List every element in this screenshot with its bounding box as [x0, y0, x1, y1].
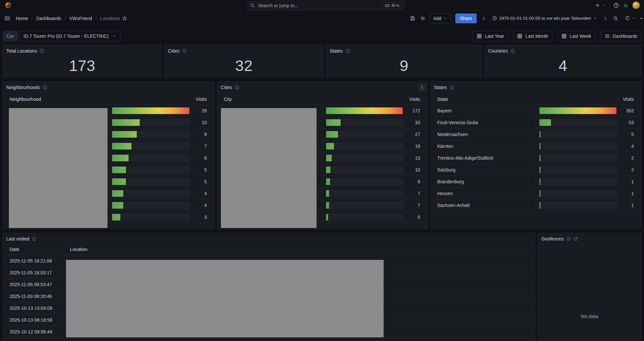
news-icon	[623, 3, 629, 8]
chevron-down-icon	[632, 16, 636, 20]
bar-track	[539, 202, 617, 209]
visits-table: StateVisitsBayern352Friuli-Venezia Giuli…	[433, 94, 638, 211]
visits-bar-cell	[322, 131, 407, 138]
chevron-down-icon	[112, 34, 116, 38]
car-variable-group: Car ID.7 Tourer Pro (ID.7 Tourer - ELECT…	[3, 31, 121, 41]
table-row: Salzburg2	[433, 164, 638, 176]
external-link-icon[interactable]	[574, 237, 578, 241]
zoom-out-icon	[613, 16, 618, 21]
chevron-up-icon	[639, 16, 644, 21]
visits-bar-cell	[108, 190, 194, 197]
table-row: Trentino-Alto Adige/Südtirol2	[433, 152, 638, 164]
global-search-box[interactable]: ⌘+k	[247, 1, 405, 10]
visits-value: 7	[194, 144, 211, 149]
info-icon	[235, 85, 239, 90]
external-link-icon	[574, 237, 578, 241]
bar-track	[326, 154, 403, 162]
date-cell: 2025-10-12 09:56:44	[6, 326, 66, 337]
info-icon	[511, 49, 515, 53]
date-cell: 2025-11-03 08:20:46	[6, 290, 66, 302]
stat-panel-total-locations: Total Locations173	[3, 45, 162, 78]
visits-bar	[539, 143, 540, 149]
bar-track	[112, 214, 190, 221]
name-cell: Kärnten	[433, 140, 536, 152]
news-button[interactable]	[623, 2, 629, 9]
bar-track	[326, 166, 403, 173]
breadcrumb-item-home[interactable]: Home	[16, 16, 28, 21]
panel-last-visited: Last visitedDateLocation2025-11-05 18:21…	[3, 233, 535, 341]
info-icon	[511, 49, 515, 53]
visits-value: 2	[621, 155, 638, 161]
bar-track	[112, 107, 190, 114]
bar-track	[112, 178, 190, 185]
visits-bar	[326, 119, 341, 126]
table-header-row: StateVisits	[433, 94, 638, 105]
bar-track	[112, 143, 190, 150]
name-cell: Niedersachsen	[433, 128, 536, 140]
panel-menu-button[interactable]	[418, 83, 426, 91]
panel-title: States	[434, 85, 447, 90]
dashboard-links: Last YearLast MonthLast WeekDashboards	[473, 31, 641, 41]
top-nav-bar: ⌘+k	[0, 0, 644, 11]
refresh-button[interactable]	[623, 13, 637, 23]
stat-panel-states: States9	[326, 45, 482, 78]
search-icon	[250, 3, 255, 8]
visits-value: 33	[407, 120, 425, 125]
visits-bar-cell	[536, 131, 621, 138]
visits-bar-cell	[108, 143, 194, 150]
dashboard-link-dashboards[interactable]: Dashboards	[601, 31, 642, 41]
avatar[interactable]	[632, 1, 640, 9]
panel-resize-handle[interactable]	[423, 224, 427, 228]
dashboard-settings-button[interactable]	[419, 15, 426, 22]
search-input[interactable]	[257, 3, 380, 9]
name-cell: Hessen	[433, 188, 536, 199]
add-button[interactable]: Add	[430, 13, 451, 23]
visits-bar-cell	[536, 202, 621, 209]
new-menu-toggle[interactable]	[602, 3, 607, 8]
search-shortcut-chip: ⌘+k	[383, 2, 402, 9]
topbar-right-actions	[594, 1, 640, 9]
visits-bar-cell	[322, 107, 407, 114]
favorite-star-button[interactable]	[121, 15, 128, 22]
panel-header: Total Locations	[3, 45, 161, 57]
info-icon	[450, 85, 454, 90]
save-dashboard-button[interactable]	[409, 15, 416, 22]
chevron-down-icon	[593, 16, 597, 20]
visits-value: 4	[194, 191, 211, 196]
visits-value: 28	[194, 108, 211, 113]
grafana-logo-icon[interactable]	[5, 2, 12, 9]
visits-bar	[326, 155, 332, 161]
no-data-message: No data	[538, 313, 641, 319]
caret-up-icon[interactable]	[639, 16, 644, 21]
chevron-down-icon	[112, 34, 116, 38]
panel-header: States	[326, 45, 482, 57]
zoom-out-time-button[interactable]	[612, 15, 619, 22]
dashboard-link-last-week[interactable]: Last Week	[558, 31, 595, 41]
breadcrumb-item-dashboards[interactable]: Dashboards	[36, 16, 61, 21]
share-button[interactable]: Share	[455, 13, 477, 23]
breadcrumb-item-vwsfriend[interactable]: VWsFriend	[69, 16, 92, 21]
car-variable-select[interactable]: ID.7 Tourer Pro (ID.7 Tourer - ELECTRIC)	[19, 31, 121, 41]
time-shift-forward-button[interactable]	[602, 15, 608, 21]
visits-bar	[539, 167, 540, 173]
chevron-right-icon	[63, 16, 67, 20]
add-new-button[interactable]	[594, 2, 601, 9]
dashboard-link-last-year[interactable]: Last Year	[473, 31, 508, 41]
bar-track	[326, 119, 403, 126]
time-shift-back-button[interactable]	[481, 15, 487, 21]
help-button[interactable]	[613, 2, 620, 9]
visits-value: 5	[194, 167, 211, 172]
panel-neighbourhoods: NeighbourhoodsNeighbourhoodVisits2810976…	[3, 81, 214, 229]
refresh-icon	[625, 16, 630, 21]
bar-track	[326, 190, 403, 197]
visits-bar-cell	[322, 202, 407, 209]
visits-bar	[539, 178, 540, 185]
info-icon	[346, 49, 350, 53]
visits-bar	[326, 107, 403, 114]
dashboard-link-last-month[interactable]: Last Month	[513, 31, 552, 41]
visits-bar	[539, 107, 616, 114]
visits-bar-cell	[322, 190, 407, 197]
time-range-picker[interactable]: 1970-01-01 01:00:00 to vor ein paar Seku…	[489, 13, 601, 23]
mega-menu-toggle[interactable]	[3, 14, 11, 22]
info-icon	[235, 85, 239, 90]
